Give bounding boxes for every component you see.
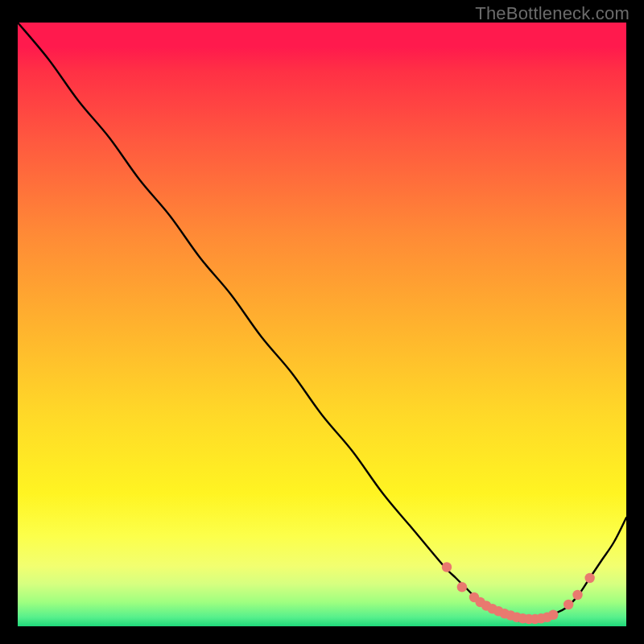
chart-svg (18, 23, 626, 626)
bottleneck-curve (18, 23, 626, 621)
plot-area (18, 23, 626, 626)
marker-point (442, 562, 452, 572)
marker-group (442, 562, 595, 624)
marker-point (564, 600, 573, 609)
watermark-text: TheBottleneck.com (475, 3, 630, 24)
marker-point (572, 590, 582, 600)
marker-point (584, 573, 594, 583)
chart-frame: TheBottleneck.com (0, 0, 644, 644)
marker-point (457, 582, 467, 592)
marker-point (548, 610, 558, 620)
curve-layer (18, 23, 626, 621)
